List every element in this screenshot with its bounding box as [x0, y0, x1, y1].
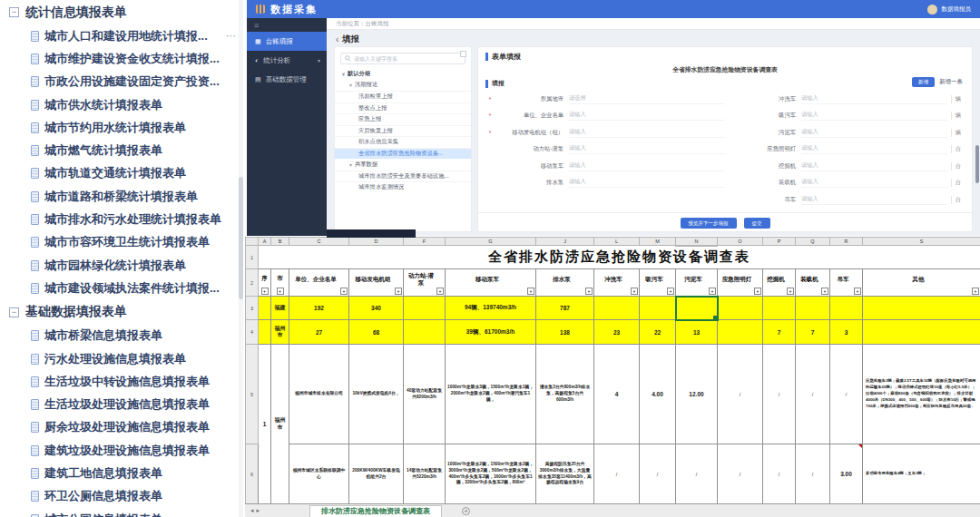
caret-down-icon[interactable]: ▾ — [342, 71, 345, 77]
filter-dropdown-icon[interactable]: ▼ — [527, 288, 534, 295]
caret-down-icon[interactable]: ▾ — [349, 82, 352, 88]
field-input[interactable]: 请输入 — [569, 111, 725, 121]
cell[interactable] — [863, 297, 980, 320]
cell[interactable]: / — [640, 444, 676, 504]
row-number[interactable]: 1 — [246, 246, 259, 269]
cell[interactable] — [404, 297, 446, 320]
cell[interactable]: 3.00 — [830, 444, 863, 504]
cell[interactable]: 39辆、61700m3/h — [446, 320, 536, 345]
sidebar-item[interactable]: 城市公园信息填报表单 — [0, 508, 245, 517]
cell-city[interactable]: 福州市 — [271, 345, 289, 504]
sidebar-item[interactable]: 污水处理设施信息填报表单 — [0, 347, 245, 370]
cell[interactable] — [830, 297, 863, 320]
cell[interactable]: 福州市 — [271, 320, 289, 345]
filter-dropdown-icon[interactable]: ▼ — [585, 288, 593, 295]
sidebar-group-basicdata[interactable]: − 基础数据填报表单 — [0, 300, 245, 325]
nav-item-statistics[interactable]: ◐ 统计分析 ▾ — [247, 51, 327, 70]
field-input[interactable]: 请输入 — [569, 178, 725, 188]
column-letter[interactable]: C — [289, 238, 349, 246]
nav-item-ledger-fill[interactable]: ▦ 台账填报 — [247, 32, 327, 51]
select-all-corner[interactable] — [246, 238, 259, 246]
sidebar-item[interactable]: 城市节约用水统计填报表单 — [0, 116, 245, 139]
column-letter[interactable]: B — [271, 238, 289, 246]
cell[interactable]: 22 — [640, 320, 676, 345]
cell[interactable]: / — [830, 345, 863, 444]
cell[interactable]: 4 — [594, 345, 640, 444]
sidebar-scrollbar-thumb[interactable] — [239, 177, 243, 299]
cell[interactable] — [404, 320, 446, 345]
header-cell[interactable]: 冲洗车▼ — [594, 269, 640, 297]
cell[interactable]: 40套动力站配套泵共8200m3/h — [404, 345, 446, 444]
sidebar-item[interactable]: 生活垃圾处理设施信息填报表单 — [0, 393, 245, 415]
cell[interactable]: 12.00 — [676, 345, 718, 444]
cell[interactable]: 23 — [594, 320, 640, 345]
filter-dropdown-icon[interactable]: ▼ — [709, 288, 716, 295]
tree-leaf[interactable]: 灾后恢复上报 — [335, 125, 471, 137]
cell[interactable] — [640, 297, 676, 320]
sidebar-item[interactable]: 城市建设领域执法案件统计填报... — [0, 277, 245, 299]
tree-subgroup[interactable]: ▾汛期报送 — [335, 80, 471, 92]
header-cell[interactable]: 挖掘机▼ — [763, 269, 796, 297]
field-input[interactable]: 请输入 — [801, 144, 947, 154]
filter-dropdown-icon[interactable]: ▼ — [787, 288, 794, 295]
cell-seq[interactable]: 1 — [259, 345, 271, 504]
sidebar-item[interactable]: 城市园林绿化统计填报表单 — [0, 254, 245, 277]
sidebar-item[interactable]: 城市道路和桥梁统计填报表单 — [0, 185, 245, 208]
sheet-tab[interactable]: 排水防涝应急抢险物资设备调查表 — [309, 505, 442, 517]
back-chevron-icon[interactable]: ‹ — [336, 34, 338, 44]
new-button[interactable]: 新增 — [912, 77, 935, 87]
filter-dropdown-icon[interactable]: ▼ — [821, 288, 828, 295]
search-box[interactable] — [340, 53, 466, 64]
sidebar-item[interactable]: 城市桥梁信息填报表单 — [0, 325, 245, 347]
header-cell[interactable]: 吸污车▼ — [640, 269, 676, 297]
filter-dropdown-icon[interactable]: ▼ — [667, 288, 674, 295]
submit-button[interactable]: 提交 — [744, 218, 770, 229]
caret-down-icon[interactable]: ▾ — [349, 161, 352, 168]
column-letter[interactable]: Q — [796, 238, 830, 246]
filter-dropdown-icon[interactable]: ▼ — [395, 288, 402, 295]
username[interactable]: 数据填报员 — [942, 5, 972, 14]
header-cell[interactable]: 污泥车▼ — [676, 269, 718, 297]
tree-leaf[interactable]: 城市排水监测情况 — [335, 181, 471, 193]
cell[interactable]: 787 — [536, 297, 594, 320]
cell[interactable] — [863, 320, 980, 345]
filter-dropdown-icon[interactable]: ▼ — [631, 288, 638, 295]
header-cell[interactable]: 装载机▼ — [796, 269, 830, 297]
cell[interactable] — [763, 297, 796, 320]
cell[interactable]: 3 — [830, 320, 863, 345]
cell[interactable]: 192 — [289, 297, 349, 320]
column-letter[interactable]: O — [718, 238, 763, 246]
cell-other[interactable]: 应急抢险车3辆；载重2.5T工具车10辆（标配应急抢险时可调用的运输车20辆）；… — [863, 345, 980, 444]
sidebar-item[interactable]: 城市燃气统计填报表单 — [0, 139, 245, 161]
cell[interactable]: 7 — [763, 320, 796, 345]
cell[interactable]: / — [676, 444, 718, 504]
header-cell[interactable]: 其他▼ — [863, 269, 980, 297]
cell[interactable]: 13 — [676, 320, 718, 345]
cell[interactable]: 7 — [796, 320, 830, 345]
tree-group[interactable]: ▾默认分组 — [335, 68, 471, 80]
sidebar-item[interactable]: 城市轨道交通统计填报表单 — [0, 162, 245, 185]
sidebar-item[interactable]: 城市供水统计填报表单 — [0, 93, 245, 116]
panel-collapse-icon[interactable] — [460, 51, 466, 57]
header-cell[interactable]: 应急照明灯▼ — [718, 269, 763, 297]
user-avatar[interactable] — [927, 5, 937, 15]
cell[interactable]: 27 — [289, 320, 349, 345]
search-input[interactable] — [354, 56, 461, 62]
header-cell[interactable]: 序▼ — [259, 269, 271, 297]
column-letter[interactable]: M — [640, 238, 676, 246]
cell[interactable]: 高扬程防汛泵25台共3000m3/h排水泵，大流量排水泵35套11400m3/h… — [536, 444, 594, 504]
field-input[interactable]: 请输入 — [569, 161, 725, 171]
header-cell[interactable]: 单位、企业名单▼ — [289, 269, 349, 297]
sidebar-item[interactable]: 建筑工地信息填报表单 — [0, 462, 245, 484]
column-letter[interactable]: J — [536, 238, 594, 246]
field-input[interactable]: 请输入 — [801, 128, 947, 138]
header-cell[interactable]: 移动发电机组▼ — [349, 269, 404, 297]
field-input[interactable]: 请输入 — [801, 178, 947, 188]
add-sheet-icon[interactable]: + — [462, 507, 470, 515]
sidebar-item[interactable]: 城市维护建设资金收支统计填报... — [0, 47, 245, 70]
cell[interactable] — [718, 320, 763, 345]
cell[interactable]: 138 — [536, 320, 594, 345]
collapse-minus-icon[interactable]: − — [9, 7, 19, 17]
cell[interactable]: 4.00 — [640, 345, 676, 444]
cell-other[interactable]: 多功能专用抢险车4辆；叉车3辆； — [863, 444, 980, 504]
